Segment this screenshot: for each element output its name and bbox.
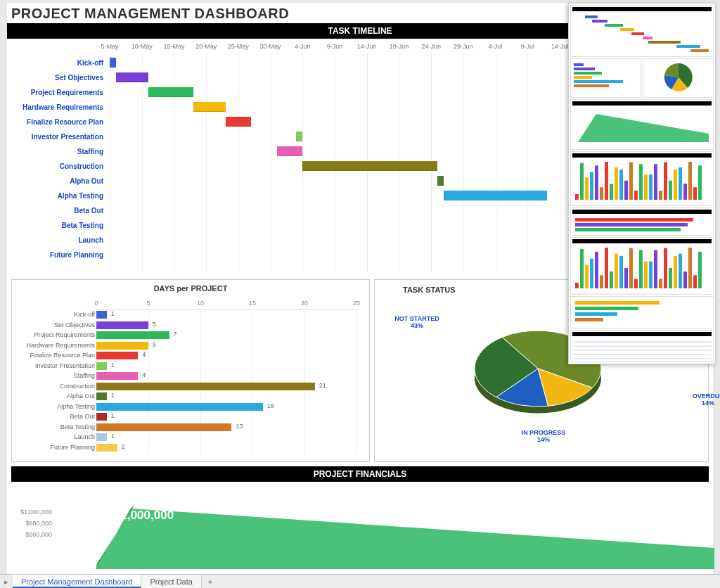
days-bar-value: 5 (153, 341, 156, 348)
svg-rect-46 (575, 223, 688, 226)
svg-rect-71 (688, 248, 692, 288)
gantt-bar (302, 161, 437, 171)
days-bar (96, 413, 107, 421)
svg-rect-42 (688, 162, 692, 200)
pie-label-in-progress: IN PROGRESS (522, 429, 566, 436)
svg-rect-43 (693, 187, 697, 200)
svg-rect-48 (575, 283, 579, 288)
svg-rect-39 (674, 170, 677, 200)
svg-rect-44 (698, 165, 702, 200)
days-bar-value: 1 (111, 412, 115, 419)
thumb-gantt[interactable] (570, 5, 714, 57)
svg-rect-47 (575, 228, 681, 231)
gantt-task-label: Construction (11, 159, 106, 174)
svg-rect-67 (669, 268, 672, 288)
thumb-pie[interactable] (643, 58, 714, 98)
svg-rect-21 (585, 177, 589, 200)
gantt-task-label: Kick-off (11, 56, 106, 70)
svg-rect-35 (654, 164, 657, 200)
svg-rect-70 (683, 271, 687, 288)
svg-rect-53 (600, 275, 603, 288)
svg-rect-63 (649, 262, 652, 288)
svg-rect-19 (575, 194, 579, 200)
days-bar (96, 342, 148, 350)
svg-rect-57 (619, 256, 623, 288)
svg-rect-56 (615, 254, 618, 288)
tab-nav-prev[interactable]: ▸ (0, 575, 13, 588)
svg-rect-25 (605, 162, 608, 200)
svg-rect-36 (659, 191, 662, 200)
gantt-task-label: Investor Presentation (11, 129, 106, 144)
svg-rect-4 (592, 20, 608, 23)
thumb-hbars[interactable] (570, 296, 714, 328)
financials-peak-label: $1,000,000 (114, 509, 174, 523)
days-row-label: Launch (18, 433, 95, 442)
svg-rect-24 (600, 187, 603, 200)
days-row-label: Set Objectives (18, 321, 95, 330)
days-row-label: Alpha Testing (18, 402, 95, 411)
days-bar (96, 321, 148, 329)
svg-rect-31 (634, 191, 638, 200)
svg-rect-34 (649, 174, 652, 200)
tab-project-data[interactable]: Project Data (141, 575, 202, 588)
svg-rect-74 (575, 301, 660, 305)
gantt-bar (437, 176, 444, 186)
days-row-label: Project Requirements (18, 331, 95, 340)
thumb-columns-1[interactable] (570, 151, 714, 206)
tab-dashboard[interactable]: Project Management Dashboard (13, 575, 141, 588)
svg-rect-32 (639, 164, 643, 200)
svg-rect-13 (574, 68, 595, 70)
gantt-bar (116, 72, 148, 82)
days-row-label: Construction (18, 382, 95, 391)
gantt-task-label: Finalize Resource Plan (11, 115, 106, 129)
days-bar (96, 433, 107, 441)
gantt-task-label: Launch (11, 233, 106, 248)
thumb-table[interactable] (570, 330, 714, 362)
thumb-financials[interactable] (570, 99, 714, 150)
svg-rect-76 (575, 312, 617, 316)
thumb-days-bar[interactable] (570, 58, 641, 98)
svg-rect-3 (585, 15, 598, 18)
gantt-bar (277, 146, 303, 156)
svg-rect-72 (693, 275, 697, 288)
pie-label-overdue: OVERDUE (693, 392, 720, 400)
svg-rect-54 (605, 248, 608, 288)
days-row-label: Hardware Requirements (18, 341, 95, 350)
days-bar (96, 362, 107, 370)
days-row-label: Future Planning (18, 443, 95, 452)
svg-marker-1 (96, 509, 714, 569)
gantt-task-label: Alpha Testing (11, 188, 106, 203)
days-bar (96, 423, 231, 431)
svg-rect-22 (590, 172, 593, 200)
dashboard-thumbnail-panel[interactable] (568, 3, 716, 364)
svg-rect-60 (634, 279, 638, 288)
days-bar (96, 372, 138, 380)
days-bar (96, 311, 107, 319)
thumb-columns-2[interactable] (570, 237, 714, 295)
svg-rect-11 (690, 49, 709, 52)
days-bar-value: 2 (122, 443, 125, 450)
svg-rect-29 (624, 181, 628, 200)
days-per-project-chart: DAYS per PROJECT 0510152025 Kick-off1Set… (11, 279, 370, 462)
svg-rect-10 (676, 45, 700, 48)
days-bar (96, 352, 138, 359)
days-title: DAYS per PROJECT (16, 284, 365, 293)
svg-rect-75 (575, 307, 638, 310)
svg-rect-6 (620, 28, 634, 31)
svg-rect-59 (629, 248, 633, 288)
tab-add[interactable]: + (202, 575, 219, 588)
days-bar-value: 21 (319, 382, 326, 389)
thumb-stacked-bars[interactable] (570, 207, 714, 236)
days-row-label: Beta Testing (18, 423, 95, 432)
svg-rect-26 (610, 184, 613, 200)
svg-rect-77 (575, 318, 603, 321)
svg-rect-33 (644, 174, 648, 200)
gantt-task-label: Staffing (11, 144, 106, 159)
svg-rect-58 (624, 268, 628, 288)
section-header-financials: PROJECT FINANCIALS (11, 466, 709, 482)
svg-rect-40 (679, 167, 682, 200)
days-bar-value: 4 (142, 371, 146, 378)
days-bar-value: 4 (142, 351, 146, 358)
gantt-task-label: Future Planning (11, 248, 106, 262)
days-bar (96, 331, 169, 339)
